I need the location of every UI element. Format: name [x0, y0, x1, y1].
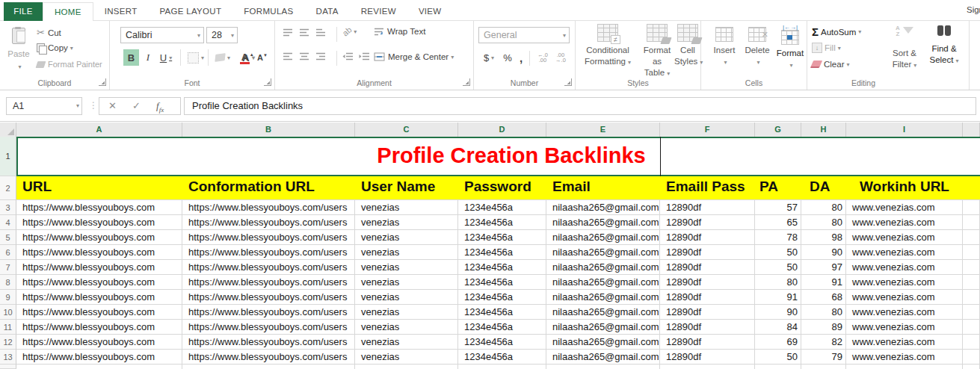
cell[interactable]: 50 — [755, 350, 801, 365]
conditional-formatting-button[interactable]: ≠ Conditional Formatting▾ — [577, 24, 638, 68]
cell[interactable]: https://www.blessyouboys.com — [16, 350, 182, 365]
cell[interactable] — [963, 275, 980, 290]
column-header-F[interactable]: F — [660, 123, 755, 137]
cell[interactable]: nilaasha265@gmail.com — [546, 260, 660, 275]
cell[interactable]: nilaasha265@gmail.com — [546, 230, 660, 245]
cell[interactable]: nilaasha265@gmail.com — [546, 245, 660, 260]
format-painter-button[interactable]: Format Painter — [37, 60, 102, 69]
cell[interactable]: 1234e456a — [458, 200, 546, 215]
insert-function-icon[interactable]: ffx — [156, 98, 164, 118]
cell[interactable]: www.venezias.com — [846, 230, 963, 245]
cell[interactable]: 12890df — [660, 200, 755, 215]
cell[interactable]: https://www.blessyouboys.com/users — [182, 350, 355, 365]
column-header-C[interactable]: C — [355, 123, 458, 137]
underline-button[interactable]: U ▾ — [156, 49, 176, 66]
column-title-0[interactable]: URL — [22, 179, 52, 195]
italic-button[interactable]: I — [142, 49, 154, 66]
cell[interactable]: https://www.blessyouboys.com — [16, 200, 182, 215]
cell[interactable] — [963, 335, 980, 350]
cell[interactable]: https://www.blessyouboys.com/users — [182, 215, 355, 230]
align-right-button[interactable] — [315, 52, 326, 61]
cell[interactable]: https://www.blessyouboys.com — [16, 320, 182, 335]
row-header-3[interactable]: 3 — [0, 200, 16, 215]
cell[interactable] — [963, 245, 980, 260]
cell[interactable]: https://www.blessyouboys.com/users — [182, 275, 355, 290]
cell[interactable]: 1234e456a — [458, 260, 546, 275]
cell[interactable]: www.venezias.com — [846, 350, 963, 365]
clipboard-dialog-launcher-icon[interactable] — [99, 78, 106, 86]
cell[interactable]: nilaasha265@gmail.com — [546, 215, 660, 230]
tab-file[interactable]: FILE — [4, 2, 43, 21]
cell[interactable]: https://www.blessyouboys.com/users — [182, 305, 355, 320]
cell[interactable]: www.venezias.com — [846, 275, 963, 290]
cell[interactable]: www.venezias.com — [846, 200, 963, 215]
cell[interactable]: 1234e456a — [458, 245, 546, 260]
cell[interactable]: 84 — [755, 320, 801, 335]
comma-button[interactable]: , — [517, 49, 526, 66]
decrease-indent-button[interactable] — [342, 52, 354, 61]
fill-button[interactable]: ↓ Fill ▾ — [812, 43, 841, 53]
cell[interactable]: https://www.blessyouboys.com/users — [182, 260, 355, 275]
formula-bar-splitter[interactable]: ⋮ — [89, 100, 98, 111]
cell[interactable]: nilaasha265@gmail.com — [546, 335, 660, 350]
number-format-combo[interactable]: General ▾ — [478, 27, 570, 43]
column-title-2[interactable]: User Name — [361, 179, 435, 195]
cell-styles-button[interactable]: Cell Styles▾ — [674, 24, 701, 68]
cell[interactable]: https://www.blessyouboys.com/users — [182, 335, 355, 350]
fill-color-button[interactable]: ▾ — [212, 49, 233, 66]
cell[interactable]: nilaasha265@gmail.com — [546, 320, 660, 335]
tab-review[interactable]: REVIEW — [350, 2, 407, 20]
cell[interactable]: nilaasha265@gmail.com — [546, 275, 660, 290]
cell[interactable]: 12890df — [660, 305, 755, 320]
cell[interactable]: 80 — [801, 305, 846, 320]
cell[interactable]: 12890df — [660, 350, 755, 365]
cell[interactable] — [546, 365, 660, 369]
cell[interactable]: 1234e456a — [458, 335, 546, 350]
number-dialog-launcher-icon[interactable] — [564, 78, 572, 86]
cell[interactable]: venezias — [355, 200, 458, 215]
column-header-I[interactable]: I — [846, 123, 963, 137]
autosum-button[interactable]: Σ AutoSum ▾ — [812, 25, 861, 38]
column-title-3[interactable]: Password — [464, 179, 531, 195]
cut-button[interactable]: ✂ Cut — [37, 27, 61, 38]
font-dialog-launcher-icon[interactable] — [264, 78, 271, 86]
tab-view[interactable]: VIEW — [407, 2, 453, 20]
cell[interactable] — [755, 365, 801, 369]
cell[interactable]: https://www.blessyouboys.com — [16, 245, 182, 260]
cell[interactable]: 69 — [755, 335, 801, 350]
cancel-icon[interactable]: ✕ — [108, 98, 117, 114]
tab-home[interactable]: HOME — [43, 2, 93, 22]
cell[interactable]: www.venezias.com — [846, 260, 963, 275]
formula-input[interactable]: Profile Creation Backlinks — [184, 97, 976, 115]
cell[interactable]: 1234e456a — [458, 305, 546, 320]
column-header-H[interactable]: H — [801, 123, 846, 137]
column-header-B[interactable]: B — [182, 123, 355, 137]
cell[interactable]: www.venezias.com — [846, 245, 963, 260]
decrease-decimal-button[interactable]: .00→.0 — [553, 49, 568, 66]
cell[interactable]: 91 — [801, 275, 846, 290]
cell[interactable]: 90 — [801, 245, 846, 260]
clear-button[interactable]: Clear ▾ — [812, 60, 850, 69]
cell[interactable]: nilaasha265@gmail.com — [546, 350, 660, 365]
column-header-E[interactable]: E — [546, 123, 660, 137]
cell[interactable]: 1234e456a — [458, 320, 546, 335]
cell[interactable]: https://www.blessyouboys.com — [16, 260, 182, 275]
row-header-1[interactable]: 1 — [0, 137, 16, 176]
cell[interactable]: 12890df — [660, 290, 755, 305]
column-header-G[interactable]: G — [755, 123, 801, 137]
column-header-partial[interactable] — [963, 123, 980, 137]
sign-in-link[interactable]: Sign in — [967, 5, 980, 14]
cell[interactable]: https://www.blessyouboys.com — [16, 230, 182, 245]
cell[interactable]: nilaasha265@gmail.com — [546, 200, 660, 215]
cell[interactable]: 1234e456a — [458, 215, 546, 230]
row-header-8[interactable]: 8 — [0, 275, 16, 290]
cell[interactable] — [660, 365, 755, 369]
paste-button[interactable]: Paste ▾ — [4, 25, 33, 84]
align-bottom-button[interactable] — [315, 28, 326, 37]
font-color-button[interactable]: A ▾ — [236, 49, 259, 66]
cell[interactable]: https://www.blessyouboys.com — [16, 275, 182, 290]
delete-button[interactable]: ✕ Delete ▾ — [742, 24, 773, 68]
cell[interactable]: nilaasha265@gmail.com — [546, 290, 660, 305]
cell[interactable]: 90 — [755, 305, 801, 320]
find-select-button[interactable]: Find & Select▾ — [925, 25, 963, 66]
